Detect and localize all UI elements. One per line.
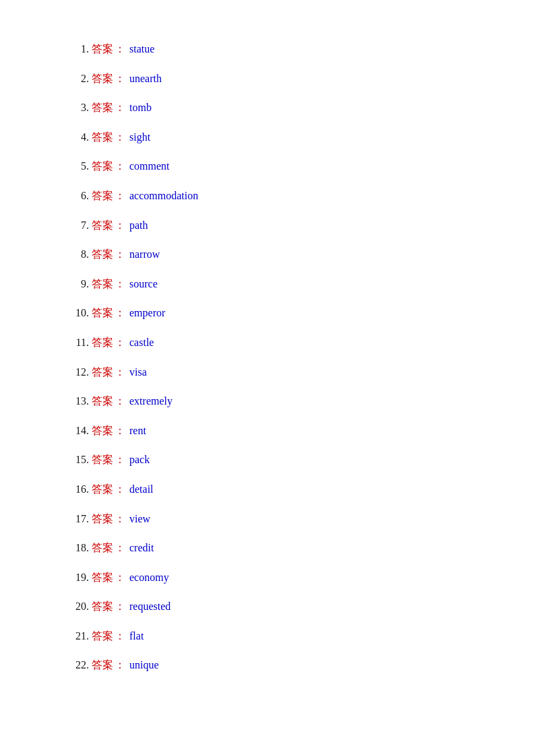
answer-value: sight: [129, 129, 150, 146]
list-item: 10.答案：emperor: [67, 304, 468, 322]
answer-colon: ：: [115, 481, 125, 498]
answer-colon: ：: [115, 99, 125, 116]
answer-colon: ：: [115, 510, 125, 528]
list-item: 21.答案：flat: [67, 627, 468, 645]
list-item: 8.答案：narrow: [67, 246, 468, 263]
list-item: 6.答案：accommodation: [67, 187, 468, 205]
answer-label: 答案: [92, 364, 113, 381]
answer-value: source: [129, 275, 158, 293]
answer-value: unique: [129, 656, 159, 674]
answer-value: statue: [129, 40, 154, 58]
answer-colon: ：: [115, 334, 125, 351]
item-number: 10.: [67, 304, 89, 322]
list-item: 3.答案：tomb: [67, 99, 468, 116]
item-number: 1.: [67, 40, 89, 58]
item-number: 14.: [67, 422, 89, 440]
answer-colon: ：: [115, 246, 125, 263]
answer-label: 答案: [92, 129, 113, 146]
list-item: 22.答案：unique: [67, 656, 468, 674]
item-number: 16.: [67, 481, 89, 498]
answer-colon: ：: [115, 40, 125, 58]
answer-value: path: [129, 217, 148, 234]
item-number: 15.: [67, 451, 89, 469]
answer-value: castle: [129, 334, 154, 351]
answer-colon: ：: [115, 158, 125, 175]
answer-label: 答案: [92, 422, 113, 440]
list-item: 18.答案：credit: [67, 539, 468, 557]
list-item: 15.答案：pack: [67, 451, 468, 469]
answer-label: 答案: [92, 40, 113, 58]
answer-label: 答案: [92, 158, 113, 175]
answer-label: 答案: [92, 304, 113, 322]
list-item: 17.答案：view: [67, 510, 468, 528]
answer-colon: ：: [115, 422, 125, 440]
item-number: 21.: [67, 627, 89, 645]
list-item: 2.答案：unearth: [67, 70, 468, 88]
item-number: 11.: [67, 334, 89, 351]
answer-value: requested: [129, 598, 170, 615]
answer-colon: ：: [115, 275, 125, 293]
answer-colon: ：: [115, 598, 125, 615]
answer-label: 答案: [92, 99, 113, 116]
list-item: 11.答案：castle: [67, 334, 468, 351]
item-number: 7.: [67, 217, 89, 234]
answer-value: visa: [129, 364, 147, 381]
answer-list: 1.答案：statue2.答案：unearth3.答案：tomb4.答案：sig…: [67, 40, 468, 674]
item-number: 9.: [67, 275, 89, 293]
answer-label: 答案: [92, 627, 113, 645]
item-number: 18.: [67, 539, 89, 557]
answer-value: accommodation: [129, 187, 198, 205]
item-number: 13.: [67, 392, 89, 410]
answer-colon: ：: [115, 451, 125, 469]
answer-label: 答案: [92, 510, 113, 528]
item-number: 12.: [67, 364, 89, 381]
list-item: 20.答案：requested: [67, 598, 468, 615]
answer-value: flat: [129, 627, 144, 645]
item-number: 3.: [67, 99, 89, 116]
answer-value: rent: [129, 422, 146, 440]
list-item: 5.答案：comment: [67, 158, 468, 175]
answer-colon: ：: [115, 364, 125, 381]
answer-colon: ：: [115, 569, 125, 586]
item-number: 8.: [67, 246, 89, 263]
answer-label: 答案: [92, 481, 113, 498]
answer-colon: ：: [115, 129, 125, 146]
answer-value: extremely: [129, 392, 172, 410]
answer-label: 答案: [92, 70, 113, 88]
answer-colon: ：: [115, 217, 125, 234]
answer-value: pack: [129, 451, 150, 469]
answer-label: 答案: [92, 656, 113, 674]
answer-label: 答案: [92, 246, 113, 263]
item-number: 5.: [67, 158, 89, 175]
list-item: 13.答案：extremely: [67, 392, 468, 410]
list-item: 14.答案：rent: [67, 422, 468, 440]
answer-colon: ：: [115, 539, 125, 557]
answer-value: tomb: [129, 99, 152, 116]
answer-label: 答案: [92, 275, 113, 293]
list-item: 9.答案：source: [67, 275, 468, 293]
item-number: 20.: [67, 598, 89, 615]
answer-label: 答案: [92, 187, 113, 205]
answer-label: 答案: [92, 334, 113, 351]
list-item: 16.答案：detail: [67, 481, 468, 498]
answer-label: 答案: [92, 217, 113, 234]
answer-label: 答案: [92, 392, 113, 410]
answer-value: economy: [129, 569, 169, 586]
answer-value: narrow: [129, 246, 160, 263]
list-item: 4.答案：sight: [67, 129, 468, 146]
answer-value: credit: [129, 539, 154, 557]
list-item: 19.答案：economy: [67, 569, 468, 586]
list-item: 12.答案：visa: [67, 364, 468, 381]
answer-value: view: [129, 510, 150, 528]
answer-colon: ：: [115, 392, 125, 410]
item-number: 4.: [67, 129, 89, 146]
answer-colon: ：: [115, 656, 125, 674]
answer-value: emperor: [129, 304, 165, 322]
answer-colon: ：: [115, 627, 125, 645]
answer-value: detail: [129, 481, 154, 498]
answer-value: comment: [129, 158, 170, 175]
item-number: 22.: [67, 656, 89, 674]
answer-colon: ：: [115, 187, 125, 205]
answer-colon: ：: [115, 70, 125, 88]
answer-value: unearth: [129, 70, 162, 88]
